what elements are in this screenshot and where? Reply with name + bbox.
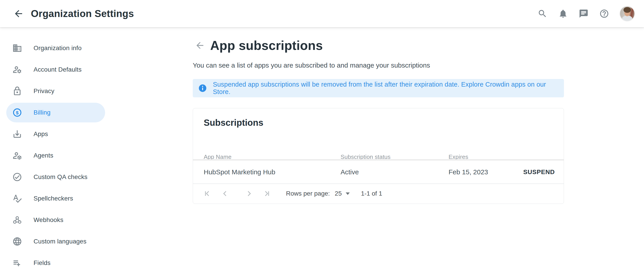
page-title: Organization Settings (31, 8, 134, 19)
main-back-button[interactable] (194, 40, 205, 51)
next-page-button[interactable] (244, 188, 254, 199)
back-arrow-icon (13, 8, 24, 19)
header-back-button[interactable] (12, 8, 24, 20)
chevron-left-icon (220, 189, 230, 198)
sidebar-item-label: Fields (34, 259, 50, 266)
settings-sidebar: Organization info Account Defaults Priva… (0, 27, 105, 273)
cell-subscription-status: Active (340, 168, 359, 176)
rows-per-page-value[interactable]: 25 (335, 190, 342, 197)
back-arrow-icon (195, 40, 205, 51)
download-tray-icon (12, 129, 22, 139)
chevron-right-icon (244, 189, 254, 198)
sidebar-item-fields[interactable]: Fields (0, 252, 105, 273)
info-banner-text[interactable]: Suspended app subscriptions will be remo… (213, 81, 564, 96)
person-cube-icon (12, 151, 22, 160)
main-content: App subscriptions You can see a list of … (193, 27, 564, 204)
sidebar-item-agents[interactable]: Agents (0, 145, 105, 166)
spellcheck-icon (12, 194, 22, 203)
section-title: App subscriptions (210, 38, 323, 53)
last-page-button[interactable] (262, 188, 272, 199)
pagination-bar: Rows per page: 25 1-1 of 1 (202, 184, 553, 203)
playlist-add-icon (12, 258, 22, 268)
sidebar-item-label: Custom languages (34, 238, 86, 245)
sidebar-item-label: Spellcheckers (34, 195, 73, 202)
sidebar-item-label: Apps (34, 130, 48, 138)
building-icon (12, 43, 22, 53)
cell-expires: Feb 15, 2023 (448, 168, 488, 176)
search-icon (538, 9, 548, 19)
sidebar-item-billing[interactable]: $ Billing (0, 102, 105, 123)
table-row: HubSpot Marketing Hub Active Feb 15, 202… (193, 160, 564, 183)
main-title-row: App subscriptions (194, 38, 564, 53)
sidebar-item-label: Webhooks (34, 216, 63, 223)
person-gear-icon (12, 65, 22, 75)
info-banner: Suspended app subscriptions will be remo… (193, 79, 564, 97)
help-icon (599, 9, 609, 19)
sidebar-item-privacy[interactable]: Privacy (0, 80, 105, 102)
bell-icon (558, 9, 568, 19)
sidebar-item-custom-qa-checks[interactable]: Custom QA checks (0, 166, 105, 188)
chat-icon (579, 9, 588, 19)
user-avatar[interactable] (620, 6, 635, 22)
dropdown-caret-icon[interactable] (346, 192, 350, 195)
last-page-icon (262, 189, 272, 198)
search-button[interactable] (537, 8, 548, 19)
sidebar-item-custom-languages[interactable]: Custom languages (0, 231, 105, 252)
svg-text:$: $ (16, 110, 18, 115)
pagination-range: 1-1 of 1 (361, 190, 382, 197)
info-icon (198, 84, 207, 93)
page: Organization Settings Organization (0, 0, 644, 273)
previous-page-button[interactable] (220, 188, 230, 199)
topbar-actions (537, 6, 635, 22)
globe-icon (12, 236, 22, 246)
suspend-button[interactable]: SUSPEND (522, 168, 556, 176)
webhook-icon (12, 215, 22, 225)
messages-button[interactable] (578, 8, 589, 19)
help-button[interactable] (599, 8, 610, 19)
sidebar-item-label: Privacy (34, 88, 54, 95)
top-bar: Organization Settings (0, 0, 644, 27)
sidebar-item-spellcheckers[interactable]: Spellcheckers (0, 188, 105, 209)
sidebar-item-webhooks[interactable]: Webhooks (0, 209, 105, 231)
card-title: Subscriptions (204, 118, 264, 128)
subscriptions-card: Subscriptions App Name Subscription stat… (193, 108, 564, 204)
sidebar-item-organization-info[interactable]: Organization info (0, 37, 105, 59)
sidebar-item-account-defaults[interactable]: Account Defaults (0, 59, 105, 80)
cell-app-name: HubSpot Marketing Hub (204, 168, 275, 176)
first-page-icon (202, 189, 212, 198)
dollar-circle-icon: $ (12, 108, 22, 117)
sidebar-item-label: Organization info (34, 45, 82, 52)
sidebar-item-label: Account Defaults (34, 66, 82, 73)
sidebar-item-label: Custom QA checks (34, 173, 88, 181)
lock-icon (12, 86, 22, 96)
sidebar-item-label: Billing (34, 109, 50, 116)
rows-per-page-label: Rows per page: (286, 190, 330, 197)
check-circle-icon (12, 172, 22, 182)
sidebar-item-label: Agents (34, 152, 53, 159)
first-page-button[interactable] (202, 188, 213, 199)
sidebar-item-apps[interactable]: Apps (0, 123, 105, 145)
notifications-button[interactable] (558, 8, 568, 19)
section-subtitle: You can see a list of apps you are subsc… (193, 61, 564, 69)
